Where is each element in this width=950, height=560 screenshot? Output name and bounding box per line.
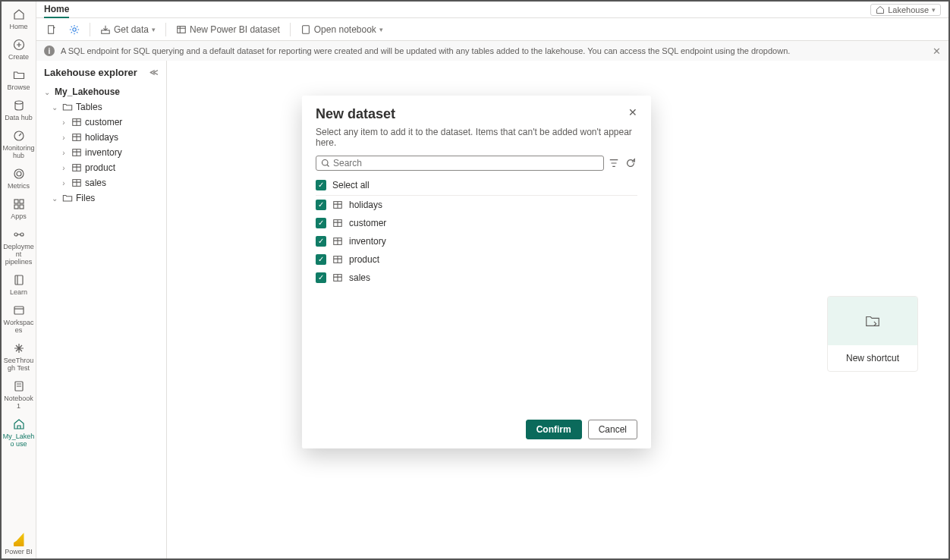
lakehouse-outline-icon xyxy=(876,5,885,14)
rail-seethrough-label: SeeThrough Test xyxy=(2,357,36,372)
tree-files[interactable]: ⌄ Files xyxy=(41,190,162,206)
rail-monitoring[interactable]: Monitoring hub xyxy=(2,126,36,164)
table-icon xyxy=(71,162,82,173)
rail-powerbi-label: Power BI xyxy=(5,548,33,555)
rail-notebook1[interactable]: Notebook 1 xyxy=(2,376,36,414)
rail-home[interactable]: Home xyxy=(2,5,36,35)
rail-mylakehouse[interactable]: My_Lakeho use xyxy=(2,414,36,452)
toolbar-settings[interactable] xyxy=(65,22,83,37)
dataset-item-row[interactable]: ✓customer xyxy=(316,214,637,232)
item-checkbox[interactable]: ✓ xyxy=(316,236,326,247)
view-switcher[interactable]: Lakehouse ▾ xyxy=(870,4,941,16)
item-checkbox[interactable]: ✓ xyxy=(316,272,326,283)
tab-home[interactable]: Home xyxy=(44,2,69,18)
search-icon xyxy=(321,159,330,168)
toolbar-new-dataset-label: New Power BI dataset xyxy=(190,24,280,35)
tree-table-item[interactable]: ›inventory xyxy=(41,145,162,160)
tree-root-label: My_Lakehouse xyxy=(55,87,120,97)
rail-powerbi[interactable]: Power BI xyxy=(2,530,36,558)
shortcut-folder-icon xyxy=(864,313,881,329)
rail-monitoring-label: Monitoring hub xyxy=(2,144,36,159)
select-all-row[interactable]: ✓ Select all xyxy=(316,177,637,196)
toolbar: Get data ▾ New Power BI dataset Open not… xyxy=(36,18,948,41)
filter-button[interactable] xyxy=(609,158,621,168)
toolbar-separator xyxy=(90,23,90,36)
item-checkbox[interactable]: ✓ xyxy=(316,254,326,265)
gear-icon xyxy=(69,24,80,35)
rail-mylakehouse-label: My_Lakeho use xyxy=(2,433,36,448)
item-label: product xyxy=(349,254,379,265)
toolbar-new-item[interactable] xyxy=(42,22,61,37)
rail-apps[interactable]: Apps xyxy=(2,194,36,225)
tree-table-label: product xyxy=(85,162,115,173)
database-icon xyxy=(12,99,26,112)
toolbar-get-data[interactable]: Get data ▾ xyxy=(96,22,159,37)
rail-workspaces[interactable]: Workspaces xyxy=(2,300,36,338)
svg-point-3 xyxy=(14,169,24,178)
collapse-panel-button[interactable]: ≪ xyxy=(149,68,159,77)
chevron-right-icon: › xyxy=(59,118,68,127)
plus-circle-icon xyxy=(12,38,26,52)
tree-table-item[interactable]: ›sales xyxy=(41,175,162,190)
toolbar-new-dataset[interactable]: New Power BI dataset xyxy=(172,22,284,37)
dialog-close-button[interactable]: ✕ xyxy=(628,106,637,118)
tree-table-label: holidays xyxy=(85,132,118,143)
info-banner-text: A SQL endpoint for SQL querying and a de… xyxy=(61,46,790,55)
dataset-item-row[interactable]: ✓sales xyxy=(316,269,637,287)
tree-root[interactable]: ⌄ My_Lakehouse xyxy=(41,84,162,99)
item-checkbox[interactable]: ✓ xyxy=(316,200,326,210)
rail-learn-label: Learn xyxy=(10,288,27,296)
select-all-label: Select all xyxy=(332,180,370,190)
table-icon xyxy=(332,200,343,210)
refresh-button[interactable] xyxy=(625,158,637,168)
confirm-button[interactable]: Confirm xyxy=(526,420,582,439)
chevron-down-icon: ▾ xyxy=(152,26,156,33)
tree-table-item[interactable]: ›product xyxy=(41,160,162,175)
add-page-icon xyxy=(46,24,57,35)
tree-tables[interactable]: ⌄ Tables xyxy=(41,99,162,115)
dialog-title: New dataset xyxy=(316,106,395,122)
pipeline-icon xyxy=(12,228,26,241)
chevron-down-icon: ⌄ xyxy=(42,88,52,96)
rail-learn[interactable]: Learn xyxy=(2,270,36,300)
header-bar: Home Lakehouse ▾ xyxy=(36,2,948,18)
chevron-right-icon: › xyxy=(59,134,68,142)
dataset-item-row[interactable]: ✓holidays xyxy=(316,196,637,214)
cancel-button[interactable]: Cancel xyxy=(588,420,637,439)
rail-metrics[interactable]: Metrics xyxy=(2,164,36,194)
rail-seethrough[interactable]: SeeThrough Test xyxy=(2,338,36,376)
select-all-checkbox[interactable]: ✓ xyxy=(316,180,326,190)
dialog-search-input[interactable] xyxy=(333,158,599,168)
dataset-item-row[interactable]: ✓product xyxy=(316,250,637,269)
svg-point-10 xyxy=(20,233,24,236)
rail-pipelines[interactable]: Deployment pipelines xyxy=(2,225,36,270)
dataset-icon xyxy=(176,24,187,35)
rail-browse[interactable]: Browse xyxy=(2,65,36,96)
workspace-icon xyxy=(12,304,26,317)
svg-rect-8 xyxy=(20,205,24,209)
rail-create[interactable]: Create xyxy=(2,35,36,65)
rail-create-label: Create xyxy=(8,53,29,61)
item-checkbox[interactable]: ✓ xyxy=(316,218,326,228)
chevron-right-icon: › xyxy=(59,149,68,157)
svg-rect-11 xyxy=(15,275,23,285)
table-icon xyxy=(332,254,343,265)
svg-point-9 xyxy=(14,233,17,236)
svg-point-15 xyxy=(73,27,76,30)
folder-open-icon xyxy=(12,68,26,82)
banner-close-button[interactable]: ✕ xyxy=(933,46,941,57)
table-icon xyxy=(332,218,343,228)
tree-table-item[interactable]: ›customer xyxy=(41,115,162,130)
new-shortcut-card[interactable]: New shortcut xyxy=(827,296,918,372)
tree-table-label: inventory xyxy=(85,147,122,158)
rail-workspaces-label: Workspaces xyxy=(2,319,36,334)
rail-pipelines-label: Deployment pipelines xyxy=(2,243,36,266)
book-icon xyxy=(12,273,26,287)
dataset-item-row[interactable]: ✓inventory xyxy=(316,232,637,250)
svg-rect-7 xyxy=(14,205,18,209)
tree-table-item[interactable]: ›holidays xyxy=(41,130,162,145)
explorer-tree: ⌄ My_Lakehouse ⌄ Tables ›customer›holida… xyxy=(36,84,166,206)
toolbar-open-notebook[interactable]: Open notebook ▾ xyxy=(297,22,387,37)
dialog-search-box[interactable] xyxy=(316,156,604,171)
rail-datahub[interactable]: Data hub xyxy=(2,96,36,126)
